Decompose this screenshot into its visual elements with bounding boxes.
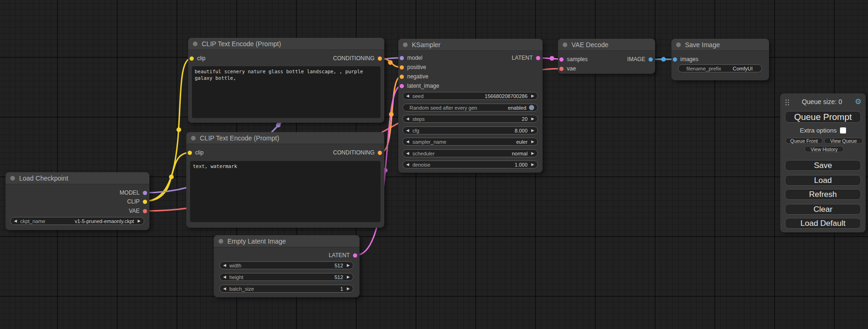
node-load-checkpoint[interactable]: Load Checkpoint MODEL CLIP VAE ◀ ckpt_na… [6,172,149,230]
decrement-arrow-icon[interactable]: ◀ [406,117,409,121]
decrement-arrow-icon[interactable]: ◀ [406,140,409,144]
steps-widget[interactable]: ◀ steps 20 ▶ [402,115,538,123]
input-positive[interactable]: positive [400,64,426,70]
prompt-textarea[interactable]: beautiful scenery nature glass bottle la… [192,66,381,118]
view-history-button[interactable]: View History [804,146,844,152]
clip-port-icon[interactable] [190,56,194,61]
decrement-arrow-icon[interactable]: ◀ [223,275,226,279]
output-latent[interactable]: LATENT [329,252,357,259]
increment-arrow-icon[interactable]: ▶ [347,287,350,291]
clip-port-icon[interactable] [188,151,192,155]
input-clip[interactable]: clip [188,149,204,156]
load-button[interactable]: Load [785,175,861,186]
model-port-icon[interactable] [400,56,404,60]
ckpt-name-widget[interactable]: ◀ ckpt_name v1-5-pruned-emaonly.ckpt ▶ [10,217,144,225]
height-widget[interactable]: ◀ height 512 ▶ [219,273,353,281]
width-widget[interactable]: ◀ width 512 ▶ [219,261,353,269]
output-latent[interactable]: LATENT [512,55,540,61]
input-vae[interactable]: vae [559,65,576,72]
queue-front-button[interactable]: Queue Front [785,138,823,144]
output-conditioning[interactable]: CONDITIONING [333,55,382,62]
node-ksampler[interactable]: KSampler model positive negative latent_… [398,39,543,173]
link-dot[interactable] [388,60,393,65]
input-samples[interactable]: samples [559,56,588,63]
link-dot[interactable] [389,112,394,117]
node-titlebar[interactable]: CLIP Text Encode (Prompt) [188,38,384,50]
extra-options-checkbox[interactable] [840,127,846,133]
latent-port-icon[interactable] [400,84,404,88]
decrement-arrow-icon[interactable]: ◀ [406,129,409,133]
link-dot[interactable] [276,123,281,127]
link-dot[interactable] [176,127,181,132]
clear-button[interactable]: Clear [785,204,861,215]
link-dot[interactable] [550,56,554,61]
collapse-dot-icon[interactable] [403,42,408,47]
node-graph-canvas[interactable]: Load Checkpoint MODEL CLIP VAE ◀ ckpt_na… [0,0,868,329]
model-port-icon[interactable] [143,191,147,195]
input-clip[interactable]: clip [190,55,205,62]
collapse-dot-icon[interactable] [193,42,198,46]
prompt-textarea[interactable]: text, watermark [190,161,381,222]
conditioning-port-icon[interactable] [378,151,382,155]
increment-arrow-icon[interactable]: ▶ [347,275,350,279]
node-titlebar[interactable]: VAE Decode [558,39,655,51]
node-titlebar[interactable]: KSampler [398,39,543,51]
load-default-button[interactable]: Load Default [785,218,861,229]
refresh-button[interactable]: Refresh [785,189,861,200]
increment-arrow-icon[interactable]: ▶ [531,117,534,121]
decrement-arrow-icon[interactable]: ◀ [406,163,409,167]
toggle-icon[interactable] [529,105,534,110]
node-clip-text-encode-negative[interactable]: CLIP Text Encode (Prompt) clip CONDITION… [186,132,384,228]
output-conditioning[interactable]: CONDITIONING [333,149,382,156]
queue-prompt-button[interactable]: Queue Prompt [785,111,861,123]
latent-port-icon[interactable] [559,57,564,62]
conditioning-port-icon[interactable] [378,56,382,61]
increment-arrow-icon[interactable]: ▶ [347,264,350,267]
node-clip-text-encode-positive[interactable]: CLIP Text Encode (Prompt) clip CONDITION… [188,38,384,123]
conditioning-port-icon[interactable] [400,65,404,70]
save-button[interactable]: Save [785,160,861,171]
increment-arrow-icon[interactable]: ▶ [531,140,534,144]
collapse-dot-icon[interactable] [563,42,567,47]
node-titlebar[interactable]: CLIP Text Encode (Prompt) [186,132,384,144]
decrement-arrow-icon[interactable]: ◀ [406,152,409,155]
decrement-arrow-icon[interactable]: ◀ [406,94,409,98]
link-dot[interactable] [169,175,174,179]
collapse-dot-icon[interactable] [191,136,196,140]
output-vae[interactable]: VAE [129,208,147,214]
node-vae-decode[interactable]: VAE Decode samples vae IMAGE [558,39,655,74]
output-model[interactable]: MODEL [120,189,147,196]
collapse-dot-icon[interactable] [10,176,15,181]
output-image[interactable]: IMAGE [627,56,653,63]
view-queue-button[interactable]: View Queue [824,138,863,144]
increment-arrow-icon[interactable]: ▶ [531,94,534,98]
node-titlebar[interactable]: Empty Latent Image [214,235,360,247]
latent-port-icon[interactable] [536,56,540,60]
scheduler-widget[interactable]: ◀ scheduler normal ▶ [402,149,538,157]
filename-prefix-widget[interactable]: filename_prefix ComfyUI [678,64,762,72]
increment-arrow-icon[interactable]: ▶ [138,219,141,223]
node-empty-latent-image[interactable]: Empty Latent Image LATENT ◀ width 512 ▶ … [214,235,360,297]
decrement-arrow-icon[interactable]: ◀ [223,264,226,267]
increment-arrow-icon[interactable]: ▶ [531,152,534,155]
node-save-image[interactable]: Save Image images filename_prefix ComfyU… [671,39,769,80]
decrement-arrow-icon[interactable]: ◀ [223,287,226,291]
node-titlebar[interactable]: Load Checkpoint [6,172,149,184]
collapse-dot-icon[interactable] [676,42,681,47]
image-port-icon[interactable] [649,57,653,62]
sampler-name-widget[interactable]: ◀ sampler_name euler ▶ [402,138,538,146]
clip-port-icon[interactable] [143,200,147,204]
cfg-widget[interactable]: ◀ cfg 8.000 ▶ [402,126,538,134]
node-titlebar[interactable]: Save Image [671,39,769,51]
random-seed-widget[interactable]: Random seed after every gen enabled [402,104,538,112]
conditioning-port-icon[interactable] [400,75,404,79]
input-images[interactable]: images [673,56,699,63]
seed-widget[interactable]: ◀ seed 156680208700286 ▶ [402,92,538,100]
collapse-dot-icon[interactable] [219,239,223,244]
input-negative[interactable]: negative [400,73,428,80]
image-port-icon[interactable] [673,57,677,62]
latent-port-icon[interactable] [353,253,357,258]
denoise-widget[interactable]: ◀ denoise 1.000 ▶ [402,161,538,168]
input-latent-image[interactable]: latent_image [400,83,439,89]
decrement-arrow-icon[interactable]: ◀ [14,219,17,223]
